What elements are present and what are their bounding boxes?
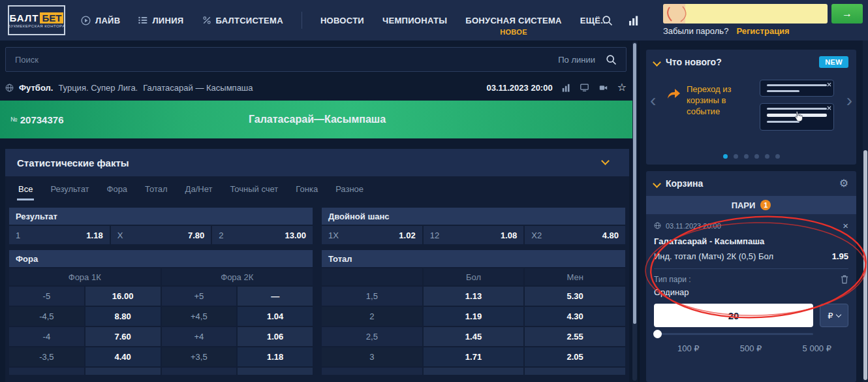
carousel-dot[interactable] [723, 154, 728, 159]
registration-link[interactable]: Регистрация [736, 26, 789, 36]
carousel-prev-button[interactable]: ‹ [650, 91, 656, 110]
nav-baltsystem[interactable]: БАЛТСИСТЕМА [202, 16, 283, 25]
handicap-odds-button[interactable]: 16.00 [85, 287, 161, 306]
quick-amount-100[interactable]: 100 ₽ [677, 343, 700, 353]
logo-part-balt: БАЛТ [10, 12, 39, 24]
statistics-icon[interactable] [628, 16, 639, 25]
match-banner: № 20734376 Галатасарай—Касымпаша [0, 101, 634, 138]
tab-all[interactable]: Все [18, 184, 33, 194]
main-content: По линии Футбол. Турция. Супер Лига. Гал… [0, 40, 638, 382]
tab-pari[interactable]: ПАРИ 1 [646, 196, 856, 214]
bet-datetime: 03.11.2023 20:00 [666, 222, 721, 230]
nav-news[interactable]: НОВОСТИ [320, 16, 364, 25]
favorite-star-icon[interactable]: ☆ [617, 82, 627, 93]
trash-icon[interactable] [841, 275, 848, 284]
whats-new-header[interactable]: Что нового? NEW [646, 50, 856, 74]
nav-bonus-system[interactable]: БОНУСНАЯ СИСТЕМА НОВОЕ [465, 16, 561, 25]
tab-result[interactable]: Результат [50, 184, 89, 194]
total-under-odds-button[interactable]: 4.30 [525, 307, 625, 326]
video-stream-icon[interactable] [598, 84, 608, 92]
handicap-odds-button[interactable]: 8.80 [85, 307, 161, 326]
handicap-line-label: +4 [162, 327, 237, 346]
stake-slider[interactable] [654, 333, 813, 335]
stake-slider-knob[interactable] [653, 330, 662, 338]
quick-amount-500[interactable]: 500 ₽ [740, 343, 762, 353]
stake-input[interactable] [654, 304, 813, 327]
handicap-odds-button[interactable]: 4.40 [85, 347, 161, 366]
total-under-odds-button[interactable]: 5.30 [525, 287, 625, 306]
bet-match-name[interactable]: Галатасарай - Касымпаша [654, 236, 848, 246]
match-tracker-icon[interactable] [580, 83, 589, 92]
bet-type-value[interactable]: Ординар [654, 287, 848, 297]
nav-championships[interactable]: ЧЕМПИОНАТЫ [382, 16, 447, 25]
odds-dc-x2[interactable]: X2 4.80 [525, 226, 625, 244]
handicap-line-label: +3,5 [162, 347, 237, 366]
carousel-next-button[interactable]: › [846, 91, 852, 110]
tab-race[interactable]: Гонка [296, 184, 318, 194]
page-scrollbar-thumb[interactable] [863, 150, 867, 380]
odds-result-x[interactable]: X 7.80 [111, 226, 211, 244]
carousel-dot[interactable] [775, 154, 780, 159]
login-submit-button[interactable]: → [831, 4, 863, 24]
tab-yes-no[interactable]: Да/Нет [185, 184, 213, 194]
handicap-odds-button[interactable]: 1.06 [238, 327, 313, 346]
odds-dc-1x[interactable]: 1X 1.02 [322, 226, 422, 244]
nav-line[interactable]: ЛИНИЯ [138, 16, 183, 25]
handicap-odds-button[interactable]: 1.18 [238, 347, 313, 366]
baltbet-logo[interactable]: БАЛТ БЕТ БУКМЕКЕРСКАЯ КОНТОРА [8, 5, 65, 35]
cart-header[interactable]: Корзина ⚙ [646, 171, 856, 196]
market-tabs: Все Результат Фора Тотал Да/Нет Точный с… [5, 176, 629, 201]
odds-label: X2 [531, 231, 542, 240]
tab-misc[interactable]: Разное [335, 184, 364, 194]
main-menu: ЛАЙВ ЛИНИЯ БАЛТСИСТЕМА НОВОСТИ ЧЕМПИОНАТ… [81, 0, 608, 40]
match-stats-icon[interactable] [562, 84, 570, 92]
odds-label: 1 [16, 231, 20, 240]
tab-exact-score[interactable]: Точный счет [230, 184, 278, 194]
redaction-scribble [663, 4, 828, 24]
event-number: № 20734376 [10, 114, 63, 125]
total-under-odds-button[interactable]: 2.55 [525, 327, 625, 346]
tab-total[interactable]: Тотал [145, 184, 168, 194]
gear-icon[interactable]: ⚙ [839, 178, 848, 189]
total-over-odds-button[interactable]: 1.71 [424, 347, 524, 366]
globe-icon [654, 222, 661, 229]
stats-facts-header[interactable]: Статистические факты [5, 149, 629, 176]
total-over-odds-button[interactable]: 1.13 [424, 287, 524, 306]
odds-dc-12[interactable]: 12 1.08 [424, 226, 524, 244]
odds-result-1[interactable]: 1 1.18 [9, 226, 110, 244]
login-redacted-field[interactable] [663, 4, 828, 24]
total-over-odds-button[interactable]: 1.45 [424, 327, 524, 346]
tab-handicap[interactable]: Фора [107, 184, 128, 194]
quick-amount-5000[interactable]: 5 000 ₽ [803, 343, 831, 353]
carousel-slide-text[interactable]: Переход из корзины в событие [687, 84, 749, 117]
carousel-dot[interactable] [765, 154, 769, 159]
carousel-dot[interactable] [734, 154, 738, 159]
main-scrollbar[interactable] [632, 42, 637, 381]
search-input[interactable] [15, 55, 548, 65]
carousel-dot[interactable] [754, 154, 759, 159]
currency-select[interactable]: ₽ [820, 304, 848, 327]
total-under-odds-button[interactable]: 2.05 [525, 347, 625, 366]
remove-bet-button[interactable]: × [843, 221, 848, 231]
close-icon [827, 82, 831, 87]
nav-live[interactable]: ЛАЙВ [81, 16, 120, 25]
handicap-odds-button[interactable]: 7.60 [85, 327, 161, 346]
handicap-odds-button[interactable]: — [238, 287, 313, 306]
event-sport[interactable]: Футбол. [19, 83, 53, 93]
event-league[interactable]: Турция. Супер Лига. [58, 83, 138, 93]
nav-tools [602, 0, 639, 40]
logo-subtitle: БУКМЕКЕРСКАЯ КОНТОРА [8, 24, 65, 28]
illustration-window [760, 80, 834, 97]
carousel-dot[interactable] [744, 154, 749, 159]
search-icon[interactable] [602, 15, 613, 26]
odds-result-2[interactable]: 2 13.00 [212, 226, 313, 244]
main-scrollbar-thumb[interactable] [633, 43, 636, 324]
nav-baltsystem-label: БАЛТСИСТЕМА [216, 16, 283, 25]
page-scrollbar[interactable] [863, 40, 868, 382]
search-submit-icon[interactable] [606, 54, 617, 65]
odds-label: 12 [430, 231, 439, 240]
search-filter-by-line[interactable]: По линии [558, 55, 595, 65]
handicap-odds-button[interactable]: 1.04 [238, 307, 313, 326]
total-over-odds-button[interactable]: 1.19 [424, 307, 524, 326]
forgot-password-link[interactable]: Забыли пароль? [663, 26, 728, 36]
